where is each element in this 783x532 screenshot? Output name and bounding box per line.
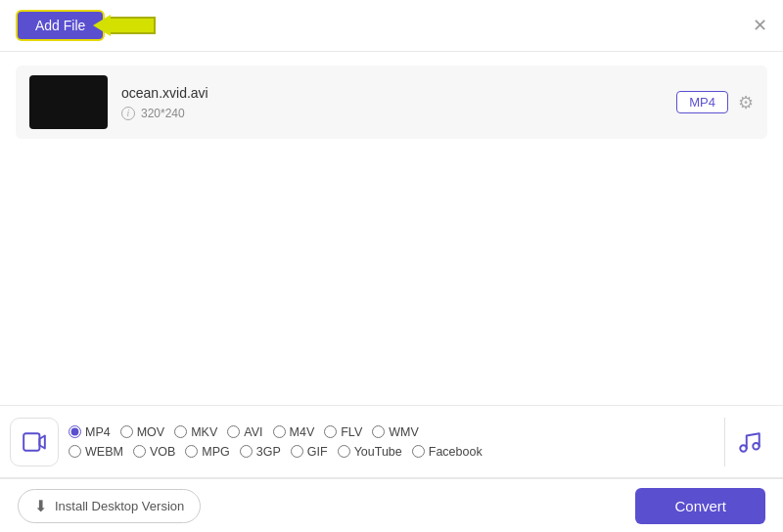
music-icon	[737, 429, 762, 455]
format-option-gif[interactable]: GIF	[291, 445, 328, 459]
file-meta: i 320*240	[121, 107, 663, 120]
format-option-mp4[interactable]: MP4	[69, 425, 111, 439]
info-icon: i	[121, 107, 135, 120]
svg-point-2	[753, 443, 760, 450]
svg-rect-0	[23, 433, 39, 450]
add-file-section: Add File	[16, 10, 167, 41]
settings-button[interactable]: ⚙	[738, 92, 754, 113]
file-list: ocean.xvid.avi i 320*240 MP4 ⚙	[0, 52, 783, 153]
file-info: ocean.xvid.avi i 320*240	[121, 85, 663, 120]
format-option-mpg[interactable]: MPG	[185, 445, 229, 459]
video-format-icon-wrap[interactable]	[10, 418, 59, 466]
file-actions: MP4 ⚙	[676, 91, 754, 113]
format-badge[interactable]: MP4	[676, 91, 728, 113]
install-label: Install Desktop Version	[55, 499, 184, 513]
add-file-button[interactable]: Add File	[16, 10, 105, 41]
file-thumbnail	[29, 75, 108, 129]
format-option-facebook[interactable]: Facebook	[412, 445, 483, 459]
format-row-2: WEBM VOB MPG 3GP GIF YouTube	[69, 445, 724, 459]
arrow-indicator	[109, 15, 167, 36]
action-bar: ⬇ Install Desktop Version Convert	[0, 478, 783, 532]
close-button[interactable]: ✕	[753, 17, 767, 34]
format-option-wmv[interactable]: WMV	[372, 425, 419, 439]
format-option-3gp[interactable]: 3GP	[240, 445, 281, 459]
format-bar: MP4 MOV MKV AVI M4V FLV	[0, 405, 783, 478]
file-item: ocean.xvid.avi i 320*240 MP4 ⚙	[16, 66, 767, 139]
format-option-vob[interactable]: VOB	[133, 445, 175, 459]
video-icon	[22, 429, 47, 455]
format-option-webm[interactable]: WEBM	[69, 445, 123, 459]
file-resolution: 320*240	[141, 107, 185, 120]
format-option-mov[interactable]: MOV	[120, 425, 164, 439]
top-bar: Add File ✕	[0, 0, 783, 52]
format-option-flv[interactable]: FLV	[324, 425, 362, 439]
format-options-grid: MP4 MOV MKV AVI M4V FLV	[69, 425, 724, 459]
format-option-avi[interactable]: AVI	[227, 425, 262, 439]
format-row-1: MP4 MOV MKV AVI M4V FLV	[69, 425, 724, 439]
format-option-mkv[interactable]: MKV	[174, 425, 217, 439]
download-icon: ⬇	[34, 497, 47, 515]
format-option-m4v[interactable]: M4V	[273, 425, 315, 439]
format-option-youtube[interactable]: YouTube	[338, 445, 402, 459]
audio-format-icon-wrap[interactable]	[724, 418, 773, 466]
convert-button[interactable]: Convert	[635, 488, 765, 524]
file-name: ocean.xvid.avi	[121, 85, 663, 101]
svg-point-1	[740, 445, 747, 452]
install-desktop-button[interactable]: ⬇ Install Desktop Version	[18, 489, 201, 523]
